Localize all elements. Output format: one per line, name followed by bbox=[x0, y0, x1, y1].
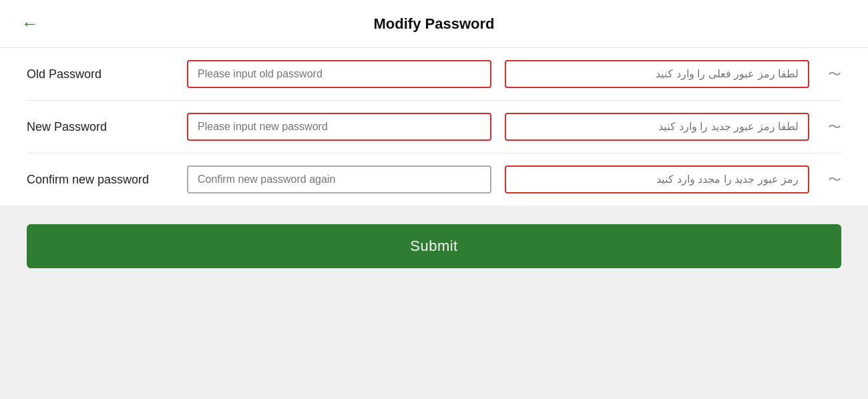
new-password-input-fa[interactable] bbox=[505, 113, 809, 141]
old-password-eye-icon[interactable]: 〜 bbox=[828, 65, 841, 83]
new-password-eye-icon[interactable]: 〜 bbox=[828, 118, 841, 136]
confirm-password-label: Confirm new password bbox=[27, 173, 174, 187]
header: ← Modify Password bbox=[0, 0, 868, 48]
new-password-label: New Password bbox=[27, 120, 174, 134]
back-button[interactable]: ← bbox=[16, 11, 44, 37]
old-password-row: Old Password 〜 bbox=[27, 48, 841, 101]
old-password-label: Old Password bbox=[27, 67, 174, 81]
old-password-input-fa[interactable] bbox=[505, 60, 809, 88]
confirm-password-input-en[interactable] bbox=[187, 165, 491, 193]
new-password-input-en[interactable] bbox=[187, 113, 491, 141]
submit-button[interactable]: Submit bbox=[27, 224, 841, 268]
old-password-input-en[interactable] bbox=[187, 60, 491, 88]
confirm-password-input-fa[interactable] bbox=[505, 165, 809, 193]
bottom-area: Submit bbox=[0, 206, 868, 284]
back-arrow-icon: ← bbox=[21, 13, 39, 34]
confirm-password-row: Confirm new password 〜 bbox=[27, 153, 841, 206]
confirm-password-eye-icon[interactable]: 〜 bbox=[828, 171, 841, 189]
new-password-row: New Password 〜 bbox=[27, 101, 841, 153]
page-title: Modify Password bbox=[374, 15, 495, 33]
form-container: Old Password 〜 New Password 〜 Confirm ne… bbox=[0, 48, 868, 206]
